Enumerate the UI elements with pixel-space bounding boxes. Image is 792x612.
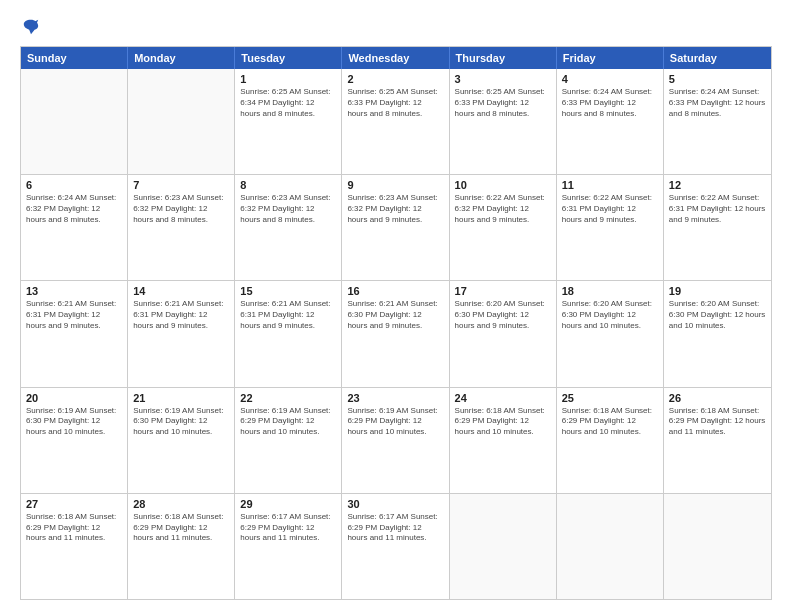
calendar-row-3: 13Sunrise: 6:21 AM Sunset: 6:31 PM Dayli… — [21, 280, 771, 386]
day-info: Sunrise: 6:24 AM Sunset: 6:33 PM Dayligh… — [562, 87, 658, 119]
day-info: Sunrise: 6:18 AM Sunset: 6:29 PM Dayligh… — [133, 512, 229, 544]
calendar-cell: 3Sunrise: 6:25 AM Sunset: 6:33 PM Daylig… — [450, 69, 557, 174]
calendar-cell: 6Sunrise: 6:24 AM Sunset: 6:32 PM Daylig… — [21, 175, 128, 280]
logo-bird-icon — [22, 18, 40, 36]
day-number: 20 — [26, 392, 122, 404]
header — [20, 18, 772, 36]
day-info: Sunrise: 6:25 AM Sunset: 6:33 PM Dayligh… — [455, 87, 551, 119]
calendar-cell: 16Sunrise: 6:21 AM Sunset: 6:30 PM Dayli… — [342, 281, 449, 386]
calendar-cell — [21, 69, 128, 174]
calendar-cell: 8Sunrise: 6:23 AM Sunset: 6:32 PM Daylig… — [235, 175, 342, 280]
header-day-wednesday: Wednesday — [342, 47, 449, 69]
day-number: 11 — [562, 179, 658, 191]
day-number: 5 — [669, 73, 766, 85]
day-info: Sunrise: 6:21 AM Sunset: 6:30 PM Dayligh… — [347, 299, 443, 331]
calendar: SundayMondayTuesdayWednesdayThursdayFrid… — [20, 46, 772, 600]
calendar-cell: 9Sunrise: 6:23 AM Sunset: 6:32 PM Daylig… — [342, 175, 449, 280]
calendar-cell — [664, 494, 771, 599]
day-info: Sunrise: 6:23 AM Sunset: 6:32 PM Dayligh… — [133, 193, 229, 225]
day-info: Sunrise: 6:23 AM Sunset: 6:32 PM Dayligh… — [240, 193, 336, 225]
day-info: Sunrise: 6:20 AM Sunset: 6:30 PM Dayligh… — [562, 299, 658, 331]
calendar-cell: 12Sunrise: 6:22 AM Sunset: 6:31 PM Dayli… — [664, 175, 771, 280]
calendar-cell: 22Sunrise: 6:19 AM Sunset: 6:29 PM Dayli… — [235, 388, 342, 493]
day-info: Sunrise: 6:22 AM Sunset: 6:31 PM Dayligh… — [562, 193, 658, 225]
day-number: 15 — [240, 285, 336, 297]
header-day-friday: Friday — [557, 47, 664, 69]
calendar-cell: 27Sunrise: 6:18 AM Sunset: 6:29 PM Dayli… — [21, 494, 128, 599]
calendar-row-5: 27Sunrise: 6:18 AM Sunset: 6:29 PM Dayli… — [21, 493, 771, 599]
header-day-thursday: Thursday — [450, 47, 557, 69]
day-info: Sunrise: 6:18 AM Sunset: 6:29 PM Dayligh… — [26, 512, 122, 544]
day-number: 16 — [347, 285, 443, 297]
day-number: 23 — [347, 392, 443, 404]
day-info: Sunrise: 6:20 AM Sunset: 6:30 PM Dayligh… — [669, 299, 766, 331]
calendar-cell: 15Sunrise: 6:21 AM Sunset: 6:31 PM Dayli… — [235, 281, 342, 386]
day-info: Sunrise: 6:23 AM Sunset: 6:32 PM Dayligh… — [347, 193, 443, 225]
calendar-cell: 2Sunrise: 6:25 AM Sunset: 6:33 PM Daylig… — [342, 69, 449, 174]
calendar-cell: 13Sunrise: 6:21 AM Sunset: 6:31 PM Dayli… — [21, 281, 128, 386]
calendar-cell — [128, 69, 235, 174]
day-info: Sunrise: 6:24 AM Sunset: 6:32 PM Dayligh… — [26, 193, 122, 225]
day-number: 6 — [26, 179, 122, 191]
calendar-cell: 21Sunrise: 6:19 AM Sunset: 6:30 PM Dayli… — [128, 388, 235, 493]
calendar-row-2: 6Sunrise: 6:24 AM Sunset: 6:32 PM Daylig… — [21, 174, 771, 280]
calendar-cell: 1Sunrise: 6:25 AM Sunset: 6:34 PM Daylig… — [235, 69, 342, 174]
page: SundayMondayTuesdayWednesdayThursdayFrid… — [0, 0, 792, 612]
header-day-monday: Monday — [128, 47, 235, 69]
calendar-row-4: 20Sunrise: 6:19 AM Sunset: 6:30 PM Dayli… — [21, 387, 771, 493]
day-info: Sunrise: 6:20 AM Sunset: 6:30 PM Dayligh… — [455, 299, 551, 331]
day-number: 4 — [562, 73, 658, 85]
calendar-cell: 10Sunrise: 6:22 AM Sunset: 6:32 PM Dayli… — [450, 175, 557, 280]
day-number: 28 — [133, 498, 229, 510]
day-number: 27 — [26, 498, 122, 510]
day-info: Sunrise: 6:25 AM Sunset: 6:34 PM Dayligh… — [240, 87, 336, 119]
calendar-cell: 17Sunrise: 6:20 AM Sunset: 6:30 PM Dayli… — [450, 281, 557, 386]
day-number: 14 — [133, 285, 229, 297]
day-number: 2 — [347, 73, 443, 85]
day-info: Sunrise: 6:17 AM Sunset: 6:29 PM Dayligh… — [240, 512, 336, 544]
logo — [20, 18, 40, 36]
day-number: 26 — [669, 392, 766, 404]
calendar-row-1: 1Sunrise: 6:25 AM Sunset: 6:34 PM Daylig… — [21, 69, 771, 174]
calendar-cell: 4Sunrise: 6:24 AM Sunset: 6:33 PM Daylig… — [557, 69, 664, 174]
calendar-cell: 28Sunrise: 6:18 AM Sunset: 6:29 PM Dayli… — [128, 494, 235, 599]
day-info: Sunrise: 6:18 AM Sunset: 6:29 PM Dayligh… — [455, 406, 551, 438]
calendar-header: SundayMondayTuesdayWednesdayThursdayFrid… — [21, 47, 771, 69]
calendar-cell: 20Sunrise: 6:19 AM Sunset: 6:30 PM Dayli… — [21, 388, 128, 493]
day-info: Sunrise: 6:21 AM Sunset: 6:31 PM Dayligh… — [133, 299, 229, 331]
day-info: Sunrise: 6:22 AM Sunset: 6:32 PM Dayligh… — [455, 193, 551, 225]
day-number: 25 — [562, 392, 658, 404]
day-number: 8 — [240, 179, 336, 191]
calendar-cell — [557, 494, 664, 599]
day-info: Sunrise: 6:18 AM Sunset: 6:29 PM Dayligh… — [669, 406, 766, 438]
calendar-cell: 30Sunrise: 6:17 AM Sunset: 6:29 PM Dayli… — [342, 494, 449, 599]
day-number: 30 — [347, 498, 443, 510]
day-info: Sunrise: 6:18 AM Sunset: 6:29 PM Dayligh… — [562, 406, 658, 438]
day-number: 1 — [240, 73, 336, 85]
day-info: Sunrise: 6:19 AM Sunset: 6:30 PM Dayligh… — [133, 406, 229, 438]
day-info: Sunrise: 6:21 AM Sunset: 6:31 PM Dayligh… — [26, 299, 122, 331]
calendar-cell: 14Sunrise: 6:21 AM Sunset: 6:31 PM Dayli… — [128, 281, 235, 386]
calendar-cell: 18Sunrise: 6:20 AM Sunset: 6:30 PM Dayli… — [557, 281, 664, 386]
day-number: 19 — [669, 285, 766, 297]
day-info: Sunrise: 6:22 AM Sunset: 6:31 PM Dayligh… — [669, 193, 766, 225]
day-info: Sunrise: 6:19 AM Sunset: 6:30 PM Dayligh… — [26, 406, 122, 438]
calendar-cell: 26Sunrise: 6:18 AM Sunset: 6:29 PM Dayli… — [664, 388, 771, 493]
calendar-cell: 5Sunrise: 6:24 AM Sunset: 6:33 PM Daylig… — [664, 69, 771, 174]
day-number: 13 — [26, 285, 122, 297]
calendar-cell: 19Sunrise: 6:20 AM Sunset: 6:30 PM Dayli… — [664, 281, 771, 386]
day-info: Sunrise: 6:24 AM Sunset: 6:33 PM Dayligh… — [669, 87, 766, 119]
day-info: Sunrise: 6:21 AM Sunset: 6:31 PM Dayligh… — [240, 299, 336, 331]
day-number: 12 — [669, 179, 766, 191]
calendar-cell: 23Sunrise: 6:19 AM Sunset: 6:29 PM Dayli… — [342, 388, 449, 493]
calendar-cell: 29Sunrise: 6:17 AM Sunset: 6:29 PM Dayli… — [235, 494, 342, 599]
day-number: 3 — [455, 73, 551, 85]
day-info: Sunrise: 6:19 AM Sunset: 6:29 PM Dayligh… — [240, 406, 336, 438]
header-day-saturday: Saturday — [664, 47, 771, 69]
calendar-cell: 11Sunrise: 6:22 AM Sunset: 6:31 PM Dayli… — [557, 175, 664, 280]
day-number: 17 — [455, 285, 551, 297]
day-number: 7 — [133, 179, 229, 191]
calendar-cell: 7Sunrise: 6:23 AM Sunset: 6:32 PM Daylig… — [128, 175, 235, 280]
day-number: 22 — [240, 392, 336, 404]
day-info: Sunrise: 6:25 AM Sunset: 6:33 PM Dayligh… — [347, 87, 443, 119]
